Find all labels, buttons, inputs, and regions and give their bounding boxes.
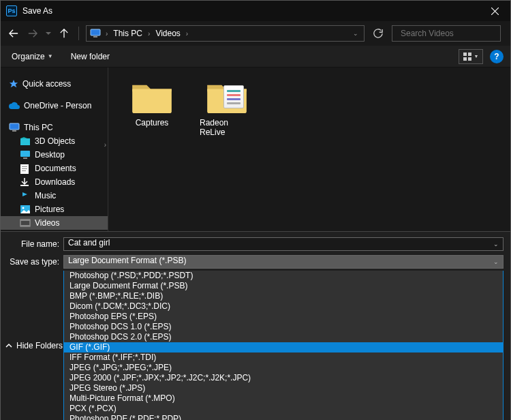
new-folder-label: New folder	[71, 52, 110, 61]
format-dropdown-list[interactable]: Photoshop (*.PSD;*.PDD;*.PSDT)Large Docu…	[63, 271, 504, 420]
format-option[interactable]: Large Document Format (*.PSB)	[64, 281, 503, 291]
format-option[interactable]: Photoshop DCS 1.0 (*.EPS)	[64, 322, 503, 332]
chevron-right-icon: ›	[102, 30, 112, 38]
svg-rect-7	[468, 52, 471, 56]
sidebar-label: Quick access	[22, 79, 71, 89]
format-option[interactable]: JPEG 2000 (*.JPF;*.JPX;*.JP2;*.J2C;*.J2K…	[64, 373, 503, 383]
sidebar-item-label: 3D Objects	[35, 136, 75, 146]
svg-rect-14	[23, 158, 27, 159]
format-option[interactable]: Dicom (*.DCM;*.DC3;*.DIC)	[64, 301, 503, 312]
hide-folders-label: Hide Folders	[16, 341, 63, 350]
sidebar-expand-icon[interactable]: ›	[104, 140, 106, 148]
navbar: › This PC › Videos › ⌄	[1, 21, 510, 46]
hide-folders-button[interactable]: Hide Folders	[5, 341, 63, 350]
folder-name: Captures	[136, 118, 169, 127]
chevron-right-icon: ›	[182, 30, 192, 38]
search-input[interactable]	[401, 29, 503, 38]
svg-rect-13	[20, 151, 30, 157]
format-option[interactable]: GIF (*.GIF)	[64, 342, 503, 352]
sidebar-item-pictures[interactable]: Pictures	[1, 202, 108, 216]
save-as-dialog: Ps Save As › This PC › Videos ›	[0, 0, 511, 420]
folder-icon	[20, 218, 31, 228]
window-title: Save As	[22, 6, 52, 16]
help-button[interactable]: ?	[490, 50, 504, 63]
sidebar-this-pc[interactable]: This PC	[1, 121, 108, 134]
format-option[interactable]: JPEG (*.JPG;*.JPEG;*.JPE)	[64, 363, 503, 373]
sidebar-item-desktop[interactable]: Desktop	[1, 148, 108, 162]
format-option[interactable]: PCX (*.PCX)	[64, 404, 503, 414]
folder-icon	[20, 164, 31, 173]
back-button[interactable]	[6, 25, 21, 42]
folder-icon	[20, 205, 31, 214]
sidebar-quick-access[interactable]: Quick access	[1, 77, 108, 91]
format-option[interactable]: Photoshop EPS (*.EPS)	[64, 312, 503, 322]
breadcrumb[interactable]: › This PC › Videos › ⌄	[86, 25, 365, 42]
sidebar-item-label: Documents	[35, 164, 76, 173]
sidebar-item-music[interactable]: Music	[1, 189, 108, 202]
chevron-down-icon: ▼	[474, 54, 479, 59]
svg-point-21	[22, 207, 25, 209]
chevron-down-icon[interactable]: ⌄	[493, 258, 499, 265]
folder-icon	[206, 80, 248, 114]
svg-rect-10	[10, 123, 19, 130]
svg-rect-18	[22, 170, 26, 171]
folder-name: Radeon ReLive	[200, 118, 254, 137]
filename-input[interactable]: Cat and girl ⌄	[63, 237, 504, 251]
svg-rect-6	[463, 52, 467, 56]
saveastype-select[interactable]: Large Document Format (*.PSB) ⌄	[63, 255, 504, 269]
saveastype-value: Large Document Format (*.PSB)	[68, 256, 186, 265]
folder-icon	[20, 191, 31, 200]
sidebar-label: OneDrive - Person	[24, 101, 91, 110]
main-area: Quick access OneDrive - Person This PC 3…	[1, 68, 510, 231]
svg-rect-17	[22, 168, 27, 169]
filename-value: Cat and girl	[68, 238, 110, 247]
sidebar-item-label: Pictures	[35, 205, 64, 214]
chevron-up-icon	[5, 342, 12, 349]
pc-icon	[9, 123, 20, 132]
forward-button[interactable]	[25, 25, 40, 42]
titlebar: Ps Save As	[1, 1, 510, 21]
sidebar: Quick access OneDrive - Person This PC 3…	[1, 68, 108, 231]
chevron-down-icon[interactable]: ⌄	[493, 241, 499, 247]
sidebar-item-downloads[interactable]: Downloads	[1, 175, 108, 189]
chevron-down-icon: ▼	[48, 53, 53, 59]
up-button[interactable]	[57, 25, 72, 42]
svg-rect-8	[463, 57, 467, 61]
sidebar-onedrive[interactable]: OneDrive - Person	[1, 99, 108, 112]
view-icon	[463, 52, 473, 61]
format-option[interactable]: JPEG Stereo (*.JPS)	[64, 383, 503, 393]
format-option[interactable]: Photoshop DCS 2.0 (*.EPS)	[64, 332, 503, 342]
toolbar: Organize ▼ New folder ▼ ?	[1, 46, 510, 68]
folder-icon	[131, 80, 173, 114]
svg-rect-24	[20, 225, 30, 226]
save-form: File name: Cat and girl ⌄ Save as type: …	[1, 231, 510, 420]
sidebar-item-documents[interactable]: Documents	[1, 162, 108, 175]
format-option[interactable]: Photoshop PDF (*.PDF;*.PDP)	[64, 414, 503, 420]
sidebar-item-videos[interactable]: Videos	[1, 216, 108, 230]
file-list[interactable]: CapturesRadeon ReLive	[108, 68, 510, 231]
svg-rect-23	[20, 220, 30, 221]
search-box[interactable]	[392, 25, 501, 42]
format-option[interactable]: Multi-Picture Format (*.MPO)	[64, 393, 503, 404]
sidebar-item-3d-objects[interactable]: 3D Objects	[1, 134, 108, 148]
new-folder-button[interactable]: New folder	[67, 49, 114, 64]
svg-rect-9	[468, 57, 471, 61]
organize-button[interactable]: Organize ▼	[7, 49, 57, 64]
refresh-button[interactable]	[369, 25, 388, 42]
breadcrumb-root[interactable]: This PC	[112, 29, 144, 38]
view-options-button[interactable]: ▼	[459, 49, 483, 64]
sidebar-item-label: Music	[35, 191, 56, 200]
svg-rect-12	[20, 138, 30, 145]
saveastype-label: Save as type:	[1, 257, 63, 267]
sidebar-label: This PC	[24, 123, 53, 132]
format-option[interactable]: BMP (*.BMP;*.RLE;*.DIB)	[64, 291, 503, 301]
folder-item[interactable]: Captures	[125, 80, 179, 127]
app-icon: Ps	[6, 5, 17, 16]
breadcrumb-folder[interactable]: Videos	[154, 29, 181, 38]
chevron-down-icon[interactable]: ⌄	[347, 30, 364, 37]
folder-item[interactable]: Radeon ReLive	[200, 80, 254, 137]
format-option[interactable]: Photoshop (*.PSD;*.PDD;*.PSDT)	[64, 271, 503, 281]
recent-dropdown[interactable]	[44, 25, 52, 42]
close-button[interactable]	[479, 1, 510, 21]
format-option[interactable]: IFF Format (*.IFF;*.TDI)	[64, 352, 503, 363]
